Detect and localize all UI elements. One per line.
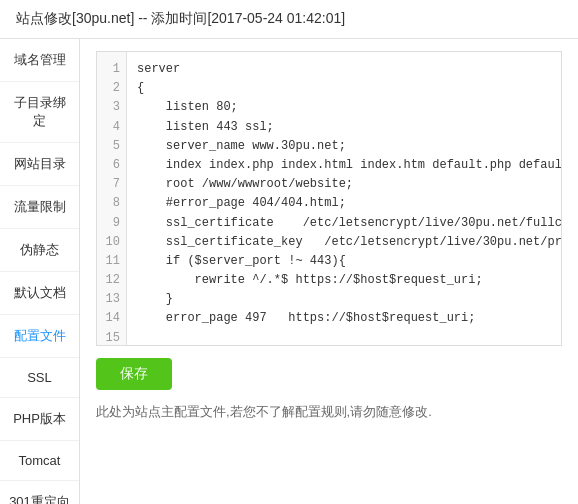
sidebar-item-subdir[interactable]: 子目录绑定	[0, 82, 79, 143]
title-text: 站点修改[30pu.net] -- 添加时间[2017-05-24 01:42:…	[16, 10, 345, 26]
code-line-8: #error_page 404/404.html;	[137, 194, 551, 213]
line-number-5: 5	[103, 137, 120, 156]
line-number-12: 12	[103, 271, 120, 290]
sidebar-item-ssl[interactable]: SSL	[0, 358, 79, 398]
sidebar-item-config[interactable]: 配置文件	[0, 315, 79, 358]
code-line-13: }	[137, 290, 551, 309]
sidebar-item-redirect[interactable]: 301重定向	[0, 481, 79, 504]
sidebar-item-tomcat[interactable]: Tomcat	[0, 441, 79, 481]
content-area: 12345678910111213141516171819 server{ li…	[80, 39, 578, 504]
code-line-6: index index.php index.html index.htm def…	[137, 156, 551, 175]
sidebar: 域名管理子目录绑定网站目录流量限制伪静态默认文档配置文件SSLPHP版本Tomc…	[0, 39, 80, 504]
line-number-14: 14	[103, 309, 120, 328]
line-number-9: 9	[103, 214, 120, 233]
sidebar-item-pseudo[interactable]: 伪静态	[0, 229, 79, 272]
line-number-2: 2	[103, 79, 120, 98]
code-line-10: ssl_certificate_key /etc/letsencrypt/liv…	[137, 233, 551, 252]
code-line-12: rewrite ^/.*$ https://$host$request_uri;	[137, 271, 551, 290]
sidebar-item-domain[interactable]: 域名管理	[0, 39, 79, 82]
code-line-3: listen 80;	[137, 98, 551, 117]
code-line-7: root /www/wwwroot/website;	[137, 175, 551, 194]
line-number-10: 10	[103, 233, 120, 252]
line-number-7: 7	[103, 175, 120, 194]
sidebar-item-traffic[interactable]: 流量限制	[0, 186, 79, 229]
code-line-9: ssl_certificate /etc/letsencrypt/live/30…	[137, 214, 551, 233]
hint-text: 此处为站点主配置文件,若您不了解配置规则,请勿随意修改.	[96, 402, 562, 423]
sidebar-item-sitelist[interactable]: 网站目录	[0, 143, 79, 186]
line-number-3: 3	[103, 98, 120, 117]
line-number-4: 4	[103, 118, 120, 137]
line-numbers: 12345678910111213141516171819	[97, 52, 127, 345]
sidebar-item-default[interactable]: 默认文档	[0, 272, 79, 315]
save-button[interactable]: 保存	[96, 358, 172, 390]
line-number-6: 6	[103, 156, 120, 175]
code-line-14: error_page 497 https://$host$request_uri…	[137, 309, 551, 328]
code-line-11: if ($server_port !~ 443){	[137, 252, 551, 271]
line-number-11: 11	[103, 252, 120, 271]
code-line-5: server_name www.30pu.net;	[137, 137, 551, 156]
code-line-1: server	[137, 60, 551, 79]
line-number-15: 15	[103, 329, 120, 346]
code-line-2: {	[137, 79, 551, 98]
line-number-13: 13	[103, 290, 120, 309]
sidebar-item-php[interactable]: PHP版本	[0, 398, 79, 441]
line-number-1: 1	[103, 60, 120, 79]
line-number-8: 8	[103, 194, 120, 213]
code-content[interactable]: server{ listen 80; listen 443 ssl; serve…	[127, 52, 561, 345]
code-editor[interactable]: 12345678910111213141516171819 server{ li…	[96, 51, 562, 346]
main-layout: 域名管理子目录绑定网站目录流量限制伪静态默认文档配置文件SSLPHP版本Tomc…	[0, 39, 578, 504]
code-line-4: listen 443 ssl;	[137, 118, 551, 137]
title-bar: 站点修改[30pu.net] -- 添加时间[2017-05-24 01:42:…	[0, 0, 578, 39]
